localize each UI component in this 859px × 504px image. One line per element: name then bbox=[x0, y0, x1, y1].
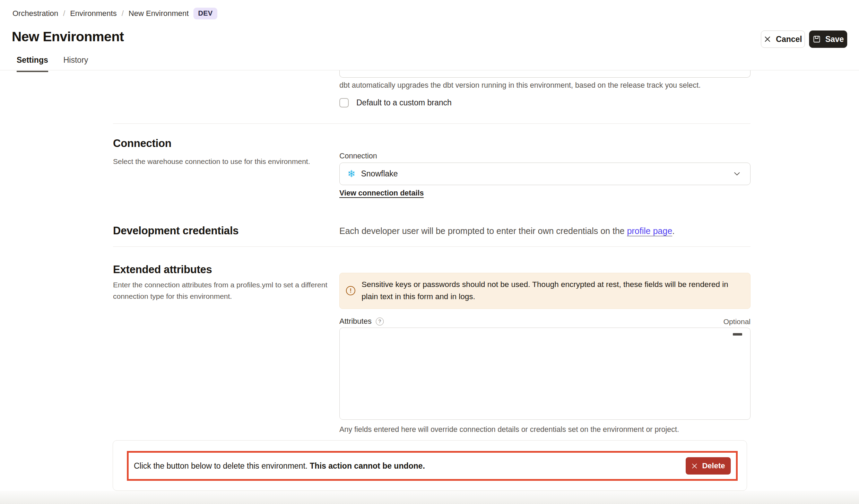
delete-environment-card: Click the button below to delete this en… bbox=[113, 440, 747, 491]
cancel-button-label: Cancel bbox=[776, 35, 802, 44]
delete-message-bold: This action cannot be undone. bbox=[310, 461, 425, 470]
tab-settings[interactable]: Settings bbox=[17, 55, 48, 72]
connection-section-description: Select the warehouse connection to use f… bbox=[113, 156, 310, 167]
optional-label: Optional bbox=[723, 318, 750, 326]
custom-branch-checkbox[interactable] bbox=[339, 98, 349, 107]
environment-settings-page: Orchestration / Environments / New Envir… bbox=[0, 0, 859, 504]
custom-branch-row: Default to a custom branch bbox=[339, 98, 452, 107]
breadcrumb-orchestration[interactable]: Orchestration bbox=[12, 9, 58, 18]
close-icon bbox=[764, 35, 771, 43]
page-end-background bbox=[0, 491, 859, 504]
dev-credentials-description: Each developer user will be prompted to … bbox=[339, 226, 675, 236]
attributes-helper-text: Any fields entered here will override co… bbox=[339, 425, 679, 434]
dev-credentials-section-title: Development credentials bbox=[113, 225, 238, 237]
close-icon bbox=[691, 463, 698, 469]
view-connection-details-link[interactable]: View connection details bbox=[339, 189, 424, 198]
save-icon bbox=[813, 35, 821, 43]
delete-row-highlight: Click the button below to delete this en… bbox=[127, 451, 738, 481]
profile-page-link[interactable]: profile page bbox=[627, 226, 673, 236]
breadcrumb-environments[interactable]: Environments bbox=[70, 9, 117, 18]
connection-selected-value: Snowflake bbox=[361, 169, 398, 179]
delete-button-label: Delete bbox=[702, 461, 725, 470]
cancel-button[interactable]: Cancel bbox=[761, 31, 805, 48]
breadcrumb-separator: / bbox=[122, 9, 124, 18]
attributes-editor[interactable] bbox=[340, 328, 750, 419]
help-icon[interactable]: ? bbox=[376, 318, 384, 325]
attributes-label-row: Attributes ? bbox=[339, 317, 384, 326]
release-track-helper-text: dbt automatically upgrades the dbt versi… bbox=[339, 81, 701, 90]
section-divider bbox=[113, 123, 750, 124]
connection-field-label: Connection bbox=[339, 152, 377, 160]
tab-bar: Settings History bbox=[17, 55, 88, 72]
delete-message: Click the button below to delete this en… bbox=[134, 461, 425, 471]
connection-select[interactable]: ❄ Snowflake bbox=[339, 163, 750, 185]
chevron-down-icon bbox=[734, 172, 740, 176]
delete-button[interactable]: Delete bbox=[686, 457, 731, 475]
breadcrumb-separator: / bbox=[63, 9, 65, 18]
dev-credentials-description-suffix: . bbox=[672, 226, 675, 236]
snowflake-icon: ❄ bbox=[347, 169, 355, 179]
delete-message-regular: Click the button below to delete this en… bbox=[134, 461, 310, 470]
connection-section-title: Connection bbox=[113, 137, 172, 150]
dev-credentials-description-prefix: Each developer user will be prompted to … bbox=[339, 226, 627, 236]
section-divider bbox=[113, 246, 750, 247]
save-button[interactable]: Save bbox=[809, 31, 847, 48]
save-button-label: Save bbox=[825, 35, 844, 44]
extended-attributes-section-description: Enter the connection attributes from a p… bbox=[113, 279, 338, 302]
release-track-select-partial[interactable] bbox=[339, 70, 750, 78]
breadcrumb-current-page: New Environment bbox=[129, 9, 189, 18]
environment-dev-badge: DEV bbox=[193, 8, 217, 19]
extended-attributes-section-title: Extended attributes bbox=[113, 263, 212, 276]
breadcrumb: Orchestration / Environments / New Envir… bbox=[12, 8, 217, 19]
warning-icon: ! bbox=[346, 286, 355, 295]
attributes-editor-container bbox=[339, 328, 750, 420]
custom-branch-label: Default to a custom branch bbox=[356, 98, 452, 107]
warning-message: Sensitive keys or passwords should not b… bbox=[362, 279, 738, 303]
attributes-field-label: Attributes bbox=[339, 317, 372, 326]
page-title: New Environment bbox=[12, 29, 124, 44]
sensitive-keys-warning-banner: ! Sensitive keys or passwords should not… bbox=[339, 273, 750, 309]
editor-collapse-icon[interactable] bbox=[733, 333, 742, 336]
tab-history[interactable]: History bbox=[63, 55, 88, 72]
